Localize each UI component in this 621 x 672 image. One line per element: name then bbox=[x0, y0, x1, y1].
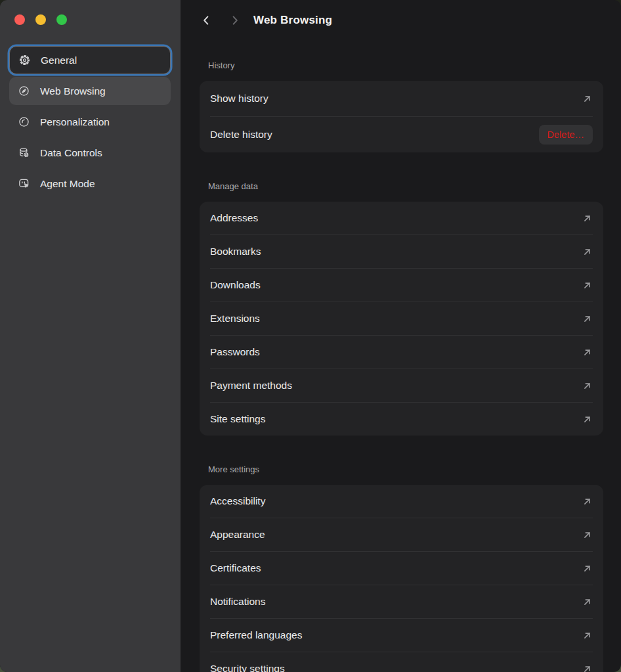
sidebar-item-data-controls[interactable]: Data Controls bbox=[9, 139, 171, 167]
row-label: Addresses bbox=[210, 212, 258, 224]
settings-window: GeneralWeb BrowsingPersonalizationData C… bbox=[0, 0, 621, 672]
row-label: Notifications bbox=[210, 596, 265, 608]
section-history: HistoryShow historyDelete historyDelete… bbox=[200, 60, 603, 152]
compass-icon bbox=[18, 85, 30, 97]
arrow-up-right-icon bbox=[582, 496, 593, 507]
arrow-up-right-icon bbox=[582, 529, 593, 541]
sidebar-item-label: Data Controls bbox=[40, 147, 102, 159]
arrow-up-right-icon bbox=[582, 630, 593, 641]
section-label: More settings bbox=[208, 464, 603, 474]
sidebar-item-label: Agent Mode bbox=[40, 178, 95, 190]
row-preferred-languages[interactable]: Preferred languages bbox=[200, 619, 603, 652]
row-label: Certificates bbox=[210, 562, 261, 574]
row-addresses[interactable]: Addresses bbox=[200, 202, 603, 235]
header: Web Browsing bbox=[200, 0, 603, 26]
row-label: Preferred languages bbox=[210, 629, 302, 641]
database-gear-icon bbox=[18, 146, 30, 159]
zoom-button[interactable] bbox=[56, 14, 67, 25]
minimize-button[interactable] bbox=[35, 14, 46, 25]
section-label: History bbox=[208, 60, 603, 70]
sidebar-item-agent-mode[interactable]: Agent Mode bbox=[9, 169, 171, 198]
agent-icon bbox=[18, 177, 30, 190]
row-label: Passwords bbox=[210, 346, 260, 358]
sidebar: GeneralWeb BrowsingPersonalizationData C… bbox=[0, 0, 181, 672]
row-label: Downloads bbox=[210, 279, 261, 291]
arrow-up-right-icon bbox=[582, 313, 593, 325]
row-label: Security settings bbox=[210, 663, 285, 672]
sidebar-item-general[interactable]: General bbox=[9, 46, 171, 74]
row-delete-history[interactable]: Delete historyDelete… bbox=[200, 117, 603, 152]
row-label: Site settings bbox=[210, 413, 265, 425]
chevron-right-icon bbox=[230, 14, 240, 26]
forward-button[interactable] bbox=[230, 14, 240, 26]
arrow-up-right-icon bbox=[582, 280, 593, 291]
chevron-left-icon bbox=[201, 14, 211, 26]
row-site-settings[interactable]: Site settings bbox=[200, 403, 603, 436]
sidebar-item-web-browsing[interactable]: Web Browsing bbox=[9, 77, 171, 105]
arrow-up-right-icon bbox=[582, 596, 593, 608]
row-notifications[interactable]: Notifications bbox=[200, 585, 603, 618]
settings-card: AccessibilityAppearanceCertificatesNotif… bbox=[200, 485, 603, 672]
arrow-up-right-icon bbox=[582, 380, 593, 392]
section-more-settings: More settingsAccessibilityAppearanceCert… bbox=[200, 464, 603, 672]
arrow-up-right-icon bbox=[582, 663, 593, 672]
gear-icon bbox=[18, 54, 31, 66]
row-label: Appearance bbox=[210, 529, 265, 541]
arrow-up-right-icon bbox=[582, 93, 593, 104]
row-security-settings[interactable]: Security settings bbox=[200, 652, 603, 672]
back-button[interactable] bbox=[201, 14, 211, 26]
section-label: Manage data bbox=[208, 181, 603, 191]
row-appearance[interactable]: Appearance bbox=[200, 518, 603, 551]
arrow-up-right-icon bbox=[582, 213, 593, 224]
settings-card: Show historyDelete historyDelete… bbox=[200, 81, 603, 152]
sidebar-item-label: Web Browsing bbox=[40, 85, 106, 97]
arrow-up-right-icon bbox=[582, 246, 593, 258]
main-panel: Web Browsing HistoryShow historyDelete h… bbox=[181, 0, 621, 672]
row-payment-methods[interactable]: Payment methods bbox=[200, 369, 603, 402]
sidebar-item-personalization[interactable]: Personalization bbox=[9, 108, 171, 136]
row-label: Extensions bbox=[210, 313, 260, 325]
page-title: Web Browsing bbox=[253, 14, 332, 27]
arrow-up-right-icon bbox=[582, 414, 593, 425]
row-label: Accessibility bbox=[210, 495, 265, 507]
close-button[interactable] bbox=[14, 14, 25, 25]
row-label: Bookmarks bbox=[210, 246, 261, 258]
sidebar-nav: GeneralWeb BrowsingPersonalizationData C… bbox=[9, 46, 171, 198]
row-extensions[interactable]: Extensions bbox=[200, 302, 603, 335]
row-label: Delete history bbox=[210, 129, 272, 141]
settings-sections: HistoryShow historyDelete historyDelete…… bbox=[200, 60, 603, 672]
row-accessibility[interactable]: Accessibility bbox=[200, 485, 603, 518]
row-certificates[interactable]: Certificates bbox=[200, 552, 603, 585]
settings-card: AddressesBookmarksDownloadsExtensionsPas… bbox=[200, 202, 603, 436]
row-show-history[interactable]: Show history bbox=[200, 81, 603, 116]
window-controls bbox=[0, 0, 181, 25]
arrow-up-right-icon bbox=[582, 347, 593, 358]
row-passwords[interactable]: Passwords bbox=[200, 336, 603, 369]
delete-button[interactable]: Delete… bbox=[539, 125, 593, 145]
row-label: Payment methods bbox=[210, 380, 292, 392]
row-label: Show history bbox=[210, 93, 268, 104]
personalization-icon bbox=[18, 116, 30, 128]
row-downloads[interactable]: Downloads bbox=[200, 269, 603, 302]
section-manage-data: Manage dataAddressesBookmarksDownloadsEx… bbox=[200, 181, 603, 436]
arrow-up-right-icon bbox=[582, 563, 593, 574]
row-bookmarks[interactable]: Bookmarks bbox=[200, 235, 603, 268]
sidebar-item-label: General bbox=[41, 55, 77, 66]
sidebar-item-label: Personalization bbox=[40, 116, 110, 128]
